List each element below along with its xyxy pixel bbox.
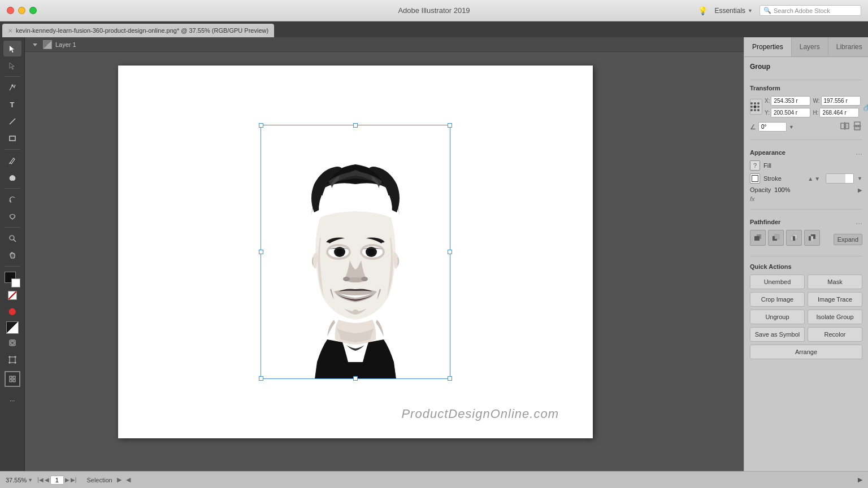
color-guide[interactable]: ⬤ [3,303,21,319]
stroke-swatch[interactable] [750,173,760,184]
x-input[interactable] [771,96,810,106]
h-input[interactable] [819,108,859,117]
stroke-label: Stroke [763,175,782,182]
svg-point-42 [754,109,756,111]
rectangle-tool[interactable] [3,130,21,146]
tabbar: ✕ kevin-kennedy-learn-fusion-360-product… [0,21,868,37]
panel-content: Group Transform [744,57,868,471]
expand-button[interactable]: Expand [834,234,862,245]
page-input[interactable] [50,476,64,485]
pf-minus-icon [771,233,780,242]
essentials-button[interactable]: Essentials ▼ [714,7,753,15]
flip-v-icon[interactable] [852,121,862,133]
fill-swatch[interactable]: ? [750,160,760,171]
tool-name-label: Selection [86,477,112,483]
w-input[interactable] [821,96,861,106]
stock-search-box[interactable]: 🔍 Search Adobe Stock [760,5,861,16]
direct-select-tool[interactable] [3,58,21,73]
pen-tool[interactable] [3,80,21,95]
select-tool[interactable] [3,41,21,56]
line-tool[interactable] [3,114,21,129]
next-page-icon[interactable]: ▶ [65,477,70,483]
arrange-button[interactable]: Arrange [750,345,862,359]
essentials-chevron-icon: ▼ [748,8,753,14]
warp-tool[interactable] [3,208,21,224]
canvas-area[interactable]: Layer 1 [25,37,744,471]
stroke-value-field[interactable] [826,173,854,184]
hand-tool[interactable] [3,247,21,263]
stroke-down-icon[interactable]: ▼ [814,176,820,182]
stroke-dropdown-icon[interactable]: ▼ [857,176,862,181]
minimize-button[interactable] [18,7,25,14]
stroke-up-icon[interactable]: ▲ [808,176,813,182]
svg-point-2 [12,85,13,86]
edit-mode[interactable] [3,335,21,351]
separator3 [5,188,20,189]
appearance-more-icon[interactable]: ··· [856,149,862,158]
more-tools[interactable]: ··· [3,393,21,408]
blob-brush-tool[interactable] [3,169,21,185]
close-button[interactable] [7,7,14,14]
prev-page-icon[interactable]: ◀ [45,477,49,483]
statusbar: 37.55% ▼ |◀ ◀ ▶ ▶| Selection ▶ ◀ ▶ [0,471,868,488]
svg-rect-9 [11,341,14,345]
pf-exclude-icon [808,233,817,242]
type-tool[interactable]: T [3,97,21,112]
opacity-expand-icon[interactable]: ▶ [858,187,862,193]
tab-properties[interactable]: Properties [744,37,792,56]
flip-horizontal-icon [840,121,850,131]
image-trace-button[interactable]: Image Trace [808,292,862,307]
tab-libraries[interactable]: Libraries [828,37,868,56]
pf-exclude-btn[interactable] [804,230,820,246]
group-label: Group [750,63,862,71]
fx-label[interactable]: fx [750,195,862,202]
save-as-symbol-button[interactable]: Save as Symbol [750,327,805,342]
zoom-tool[interactable] [3,230,21,246]
artboard-nav-left-icon[interactable]: ◀ [126,476,131,483]
ungroup-button[interactable]: Ungroup [750,310,805,324]
rotate-tool[interactable] [3,191,21,207]
opacity-label: Opacity [750,186,771,193]
y-input[interactable] [771,108,810,117]
pf-intersect-btn[interactable] [786,230,802,246]
pf-unite-btn[interactable] [750,230,766,246]
reference-point-icon[interactable] [750,99,762,115]
pf-minus-btn[interactable] [768,230,784,246]
artboard-navigate-icon[interactable]: ▶ [117,476,121,483]
artboard-tool[interactable] [3,352,21,368]
zoom-value: 37.55% [6,477,27,483]
pencil-tool[interactable] [3,152,21,168]
maximize-button[interactable] [29,7,37,14]
flip-h-icon[interactable] [840,121,850,133]
light-bulb-icon[interactable]: 💡 [698,6,708,15]
svg-rect-57 [793,236,795,241]
svg-line-3 [10,119,15,124]
tab-layers[interactable]: Layers [792,37,828,56]
isolate-group-button[interactable]: Isolate Group [808,310,862,324]
document-tab[interactable]: ✕ kevin-kennedy-learn-fusion-360-product… [2,24,274,37]
background-color[interactable] [11,278,20,287]
last-page-icon[interactable]: ▶| [71,477,77,483]
color-selector[interactable] [5,272,20,287]
constrain-proportions-icon[interactable]: 🔗 [863,103,869,111]
svg-rect-54 [775,234,779,239]
recolor-button[interactable]: Recolor [808,327,862,342]
watermark: ProductDesignOnline.com [401,407,559,421]
tab-close-icon[interactable]: ✕ [8,28,12,34]
first-page-icon[interactable]: |◀ [37,477,44,483]
no-color[interactable] [8,291,17,300]
pathfinder-more-icon[interactable]: ··· [856,219,862,228]
mask-button[interactable]: Mask [808,274,862,289]
zoom-dropdown-icon[interactable]: ▼ [28,477,33,483]
stock-search-placeholder: Search Adobe Stock [774,7,830,14]
pixel-preview-btn[interactable] [5,371,20,387]
svg-point-41 [750,109,753,111]
svg-point-33 [361,277,368,281]
crop-image-button[interactable]: Crop Image [750,292,805,307]
status-right-arrow[interactable]: ▶ [858,476,862,483]
angle-dropdown-icon[interactable]: ▼ [789,124,794,130]
svg-rect-48 [854,127,860,130]
angle-input[interactable] [758,122,787,132]
unembed-button[interactable]: Unembed [750,274,805,289]
opacity-value[interactable]: 100% [774,186,790,193]
